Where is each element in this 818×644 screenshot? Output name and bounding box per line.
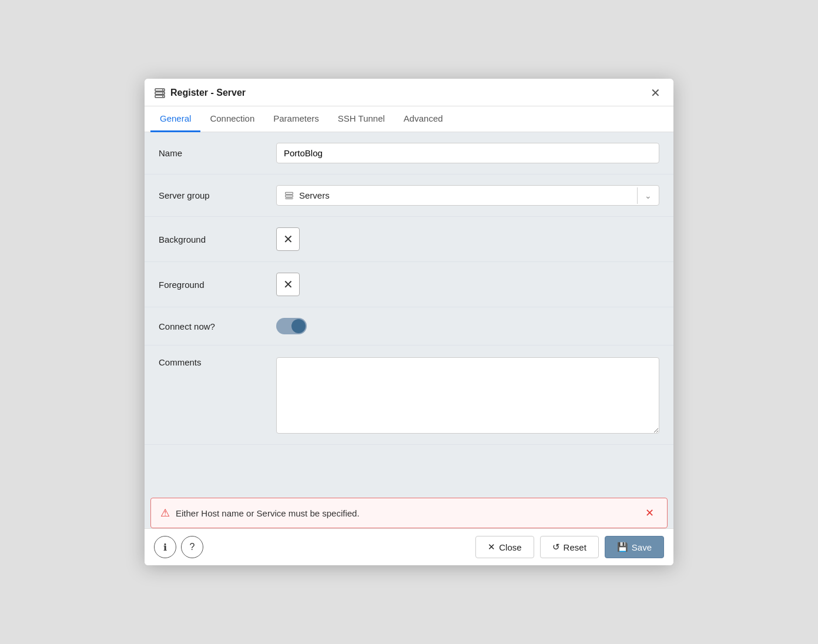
close-icon: ✕ [488,542,495,552]
background-row: Background ✕ [145,217,673,262]
help-button[interactable]: ? [181,536,203,558]
dialog-close-button[interactable]: ✕ [647,86,664,100]
save-label: Save [632,542,652,552]
dialog-title-text: Register - Server [170,88,246,98]
svg-rect-6 [286,192,293,194]
foreground-label: Foreground [159,280,276,290]
close-button[interactable]: ✕ Close [475,536,534,558]
form-area: Name Server group Servers [145,132,673,528]
toggle-thumb [291,319,306,333]
error-icon: ⚠ [160,507,170,519]
reset-button[interactable]: ↺ Reset [540,536,599,558]
tab-advanced[interactable]: Advanced [394,106,452,132]
connect-now-label: Connect now? [159,321,276,331]
toggle-track [276,318,307,334]
tab-connection[interactable]: Connection [200,106,264,132]
footer-right-buttons: ✕ Close ↺ Reset 💾 Save [475,536,664,558]
name-label: Name [159,148,276,158]
foreground-control: ✕ [276,273,659,296]
name-input[interactable] [276,143,659,163]
error-bar: ⚠ Either Host name or Service must be sp… [150,498,668,528]
comments-label: Comments [159,357,276,367]
reset-icon: ↺ [552,542,560,552]
name-row: Name [145,132,673,175]
connect-now-toggle-wrapper [276,318,659,334]
info-button[interactable]: ℹ [154,536,176,558]
server-group-icon [284,191,294,200]
help-icon: ? [190,542,195,552]
server-group-value: Servers [299,190,330,200]
svg-rect-7 [286,195,293,197]
server-group-row: Server group Servers ⌄ [145,175,673,217]
server-group-label: Server group [159,190,276,200]
select-arrow[interactable]: ⌄ [638,191,659,200]
error-message-area: ⚠ Either Host name or Service must be sp… [160,507,360,519]
server-group-select[interactable]: Servers ⌄ [276,185,659,206]
svg-point-4 [162,93,163,94]
server-icon [154,87,166,99]
tab-parameters[interactable]: Parameters [264,106,328,132]
dialog-titlebar: Register - Server ✕ [145,79,673,106]
comments-textarea[interactable] [276,357,659,434]
save-icon: 💾 [617,542,628,552]
svg-point-5 [162,96,163,97]
server-group-selected: Servers [277,186,637,205]
foreground-row: Foreground ✕ [145,262,673,307]
error-close-button[interactable]: ✕ [642,505,658,521]
server-group-control: Servers ⌄ [276,185,659,206]
comments-row: Comments [145,346,673,445]
comments-control [276,357,659,434]
footer-left-buttons: ℹ ? [154,536,203,558]
tab-general[interactable]: General [150,106,200,132]
save-button[interactable]: 💾 Save [605,536,664,558]
form-spacer [145,445,673,492]
name-control [276,143,659,163]
foreground-color-button[interactable]: ✕ [276,273,300,296]
svg-point-3 [162,89,163,90]
info-icon: ℹ [163,542,167,553]
connect-now-row: Connect now? [145,307,673,346]
tabs-bar: General Connection Parameters SSH Tunnel… [145,106,673,132]
background-control: ✕ [276,227,659,251]
error-message-text: Either Host name or Service must be spec… [176,508,360,518]
tab-ssh-tunnel[interactable]: SSH Tunnel [328,106,394,132]
register-server-dialog: Register - Server ✕ General Connection P… [145,79,673,565]
svg-rect-8 [286,198,293,199]
connect-now-control [276,318,659,334]
background-color-button[interactable]: ✕ [276,227,300,251]
dialog-footer: ℹ ? ✕ Close ↺ Reset 💾 Save [145,528,673,565]
background-label: Background [159,234,276,244]
reset-label: Reset [564,542,586,552]
connect-now-toggle[interactable] [276,318,307,334]
close-label: Close [499,542,521,552]
dialog-title: Register - Server [154,87,246,99]
